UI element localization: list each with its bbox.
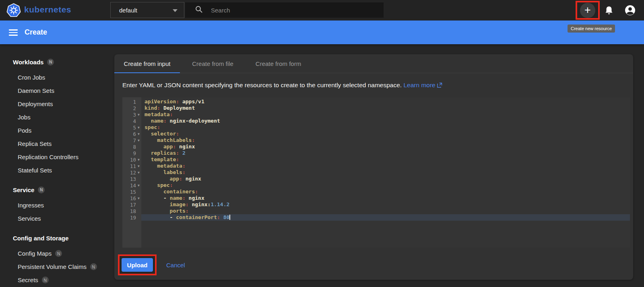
account-icon bbox=[625, 5, 636, 16]
code-line[interactable]: replicas: 2 bbox=[141, 150, 630, 156]
namespace-value: default bbox=[119, 7, 137, 14]
learn-more-link[interactable]: Learn more bbox=[403, 82, 442, 88]
upload-button[interactable]: Upload bbox=[122, 258, 153, 272]
new-badge: N bbox=[42, 277, 49, 283]
fold-icon[interactable]: ▼ bbox=[136, 132, 141, 136]
brand-title[interactable]: kubernetes bbox=[24, 5, 71, 14]
fold-icon[interactable]: ▼ bbox=[136, 197, 141, 200]
code-line[interactable]: kind: Deployment bbox=[141, 105, 630, 111]
sidebar-item-jobs[interactable]: Jobs bbox=[0, 111, 114, 124]
code-line[interactable]: app: nginx bbox=[141, 144, 630, 150]
chevron-down-icon bbox=[173, 9, 178, 12]
code-line[interactable]: metadata: bbox=[141, 163, 630, 169]
code-line[interactable]: matchLabels: bbox=[141, 137, 630, 144]
tab-bar: Create from inputCreate from fileCreate … bbox=[114, 54, 633, 73]
gutter-line: 14▼ bbox=[122, 182, 141, 189]
namespace-dropdown[interactable]: default bbox=[110, 2, 184, 18]
gutter-line: 13 bbox=[122, 176, 141, 182]
sidebar-item-cron-jobs[interactable]: Cron Jobs bbox=[0, 71, 114, 84]
new-badge: N bbox=[55, 250, 62, 257]
sidebar-item-ingresses[interactable]: Ingresses bbox=[0, 199, 114, 212]
sidebar-section-service[interactable]: ServiceN bbox=[0, 183, 114, 196]
code-line[interactable]: image: nginx:1.14.2 bbox=[141, 201, 630, 208]
sidebar-item-daemon-sets[interactable]: Daemon Sets bbox=[0, 84, 114, 97]
sidebar-item-config-maps[interactable]: Config MapsN bbox=[0, 247, 114, 260]
gutter-line: 2 bbox=[122, 105, 141, 111]
notifications-button[interactable] bbox=[605, 6, 613, 17]
fold-icon[interactable]: ▼ bbox=[136, 158, 141, 162]
new-badge: N bbox=[47, 59, 54, 66]
app-bar: Create bbox=[0, 20, 644, 44]
code-line[interactable]: apiVersion: apps/v1 bbox=[141, 98, 630, 105]
code-line[interactable]: selector: bbox=[141, 131, 630, 137]
text-cursor bbox=[229, 215, 230, 220]
code-line[interactable]: name: nginx-deployment bbox=[141, 118, 630, 124]
menu-icon[interactable] bbox=[9, 29, 18, 36]
account-button[interactable] bbox=[625, 5, 636, 17]
top-bar: kubernetes default + bbox=[0, 0, 644, 20]
sidebar-item-deployments[interactable]: Deployments bbox=[0, 97, 114, 111]
sidebar-section-workloads[interactable]: WorkloadsN bbox=[0, 55, 114, 68]
gutter-line: 11▼ bbox=[122, 163, 141, 169]
annotation-box-create: + bbox=[576, 1, 600, 20]
cancel-button[interactable]: Cancel bbox=[166, 262, 185, 269]
sidebar-item-persistent-volume-claims[interactable]: Persistent Volume ClaimsN bbox=[0, 260, 114, 273]
code-line[interactable]: spec: bbox=[141, 182, 630, 189]
form-actions: Upload Cancel bbox=[118, 254, 185, 275]
tab-create-from-form[interactable]: Create from form bbox=[246, 54, 311, 73]
gutter-line: 15 bbox=[122, 189, 141, 195]
code-line[interactable]: labels: bbox=[141, 169, 630, 176]
code-line[interactable]: spec: bbox=[141, 124, 630, 131]
editor-code-area[interactable]: apiVersion: apps/v1kind: Deploymentmetad… bbox=[141, 97, 630, 248]
sidebar-item-replication-controllers[interactable]: Replication Controllers bbox=[0, 150, 114, 164]
gutter-line: 4 bbox=[122, 118, 141, 124]
create-card: Create from inputCreate from fileCreate … bbox=[114, 54, 633, 280]
kubernetes-logo-icon[interactable] bbox=[6, 3, 21, 18]
fold-icon[interactable]: ▼ bbox=[136, 113, 141, 117]
gutter-line: 1 bbox=[122, 98, 141, 105]
gutter-line: 18 bbox=[122, 208, 141, 214]
sidebar-item-replica-sets[interactable]: Replica Sets bbox=[0, 137, 114, 150]
code-line[interactable]: ports: bbox=[141, 208, 630, 214]
code-line[interactable]: containers: bbox=[141, 189, 630, 195]
sidebar-item-services[interactable]: Services bbox=[0, 212, 114, 225]
tooltip-create-new-resource: Create new resource bbox=[568, 25, 615, 33]
code-line[interactable]: - containerPort: 80 bbox=[141, 214, 630, 221]
gutter-line: 16▼ bbox=[122, 195, 141, 201]
gutter-line: 17 bbox=[122, 201, 141, 208]
fold-icon[interactable]: ▼ bbox=[136, 171, 141, 174]
page-title: Create bbox=[25, 28, 47, 37]
code-line[interactable]: template: bbox=[141, 156, 630, 163]
gutter-line: 6▼ bbox=[122, 131, 141, 137]
instruction-text: Enter YAML or JSON content specifying th… bbox=[122, 82, 633, 89]
fold-icon[interactable]: ▼ bbox=[136, 164, 141, 168]
gutter-line: 10▼ bbox=[122, 156, 141, 163]
search-input[interactable] bbox=[211, 7, 364, 14]
search-icon bbox=[195, 5, 203, 15]
sidebar-item-secrets[interactable]: SecretsN bbox=[0, 273, 114, 287]
search-bar[interactable] bbox=[185, 2, 384, 18]
gutter-line: 5▼ bbox=[122, 124, 141, 131]
sidebar-item-pods[interactable]: Pods bbox=[0, 124, 114, 137]
bell-icon bbox=[605, 6, 613, 15]
code-line[interactable]: app: nginx bbox=[141, 176, 630, 182]
code-line[interactable]: - name: nginx bbox=[141, 195, 630, 201]
tab-create-from-input[interactable]: Create from input bbox=[114, 54, 180, 73]
yaml-editor[interactable]: 123▼45▼6▼7▼8910▼11▼12▼1314▼1516▼171819 a… bbox=[122, 97, 630, 248]
code-line[interactable]: metadata: bbox=[141, 111, 630, 118]
sidebar-nav: WorkloadsNCron JobsDaemon SetsDeployment… bbox=[0, 44, 114, 287]
sidebar-item-stateful-sets[interactable]: Stateful Sets bbox=[0, 164, 114, 177]
fold-icon[interactable]: ▼ bbox=[136, 139, 141, 142]
gutter-line: 19 bbox=[122, 214, 141, 221]
fold-icon[interactable]: ▼ bbox=[136, 126, 141, 129]
open-in-new-icon bbox=[437, 82, 442, 89]
plus-icon: + bbox=[584, 4, 591, 16]
tab-create-from-file[interactable]: Create from file bbox=[180, 54, 246, 73]
create-new-resource-button[interactable]: + bbox=[580, 3, 595, 18]
gutter-line: 7▼ bbox=[122, 137, 141, 144]
sidebar-section-config-and-storage[interactable]: Config and Storage bbox=[0, 232, 114, 244]
fold-icon[interactable]: ▼ bbox=[136, 184, 141, 187]
new-badge: N bbox=[90, 263, 97, 270]
gutter-line: 8 bbox=[122, 144, 141, 150]
editor-gutter: 123▼45▼6▼7▼8910▼11▼12▼1314▼1516▼171819 bbox=[122, 97, 141, 248]
